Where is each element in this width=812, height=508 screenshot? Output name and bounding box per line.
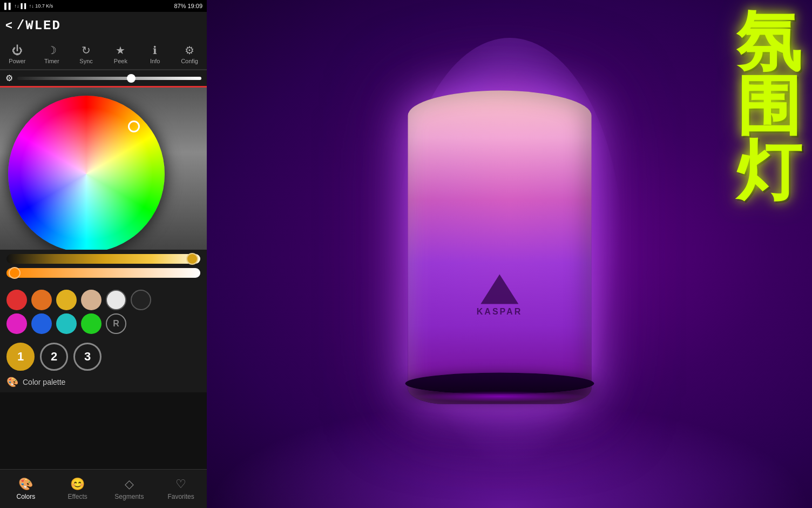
slot-1-button[interactable]: 1 bbox=[6, 343, 35, 371]
hue-thumb[interactable] bbox=[186, 253, 198, 265]
nav-power[interactable]: ⏻ Power bbox=[4, 44, 31, 64]
brightness-thumb[interactable] bbox=[127, 74, 136, 83]
tab-colors[interactable]: 🎨 Colors bbox=[0, 470, 52, 508]
chinese-char-2: 围 bbox=[736, 73, 801, 138]
sync-icon: ↻ bbox=[82, 44, 91, 57]
swatch-blue[interactable] bbox=[31, 313, 52, 334]
status-bar: ▌▌ ↑↓ ▌▌ ↑↓ 10.7 K/s 87% 19:09 bbox=[0, 0, 207, 12]
nav-timer-label: Timer bbox=[44, 58, 59, 64]
color-selector[interactable] bbox=[128, 121, 140, 132]
status-left: ▌▌ ↑↓ ▌▌ ↑↓ 10.7 K/s bbox=[4, 3, 53, 9]
lamp-logo-triangle bbox=[481, 274, 518, 304]
slots-area: 1 2 3 bbox=[0, 339, 207, 374]
app-header: < /WLED bbox=[0, 12, 207, 39]
swatch-random[interactable]: R bbox=[106, 313, 126, 334]
left-panel: ▌▌ ↑↓ ▌▌ ↑↓ 10.7 K/s 87% 19:09 < /WLED ⏻… bbox=[0, 0, 207, 508]
nav-bar: ⏻ Power ☽ Timer ↻ Sync ★ Peek ℹ Info ⚙ C… bbox=[0, 39, 207, 70]
swatch-row-1 bbox=[6, 290, 200, 310]
nav-info-label: Info bbox=[150, 58, 160, 64]
swatch-orange[interactable] bbox=[31, 290, 52, 310]
lamp-body: KASPAR bbox=[400, 52, 599, 441]
battery-text: 87% bbox=[174, 3, 186, 9]
chinese-char-1: 氛 bbox=[736, 8, 801, 73]
back-button[interactable]: < bbox=[5, 18, 12, 32]
palette-icon: 🎨 bbox=[6, 376, 18, 388]
status-right: 87% 19:09 bbox=[174, 3, 202, 9]
slot-3-button[interactable]: 3 bbox=[73, 343, 102, 371]
slot-2-button[interactable]: 2 bbox=[40, 343, 68, 371]
swatch-skin[interactable] bbox=[81, 290, 102, 310]
nav-config[interactable]: ⚙ Config bbox=[176, 44, 203, 64]
white-slider[interactable] bbox=[6, 268, 200, 278]
nav-sync-label: Sync bbox=[79, 58, 92, 64]
brightness-slider[interactable] bbox=[17, 77, 201, 80]
nav-config-label: Config bbox=[181, 58, 198, 64]
nav-power-label: Power bbox=[9, 58, 25, 64]
color-wheel-container bbox=[0, 88, 207, 250]
swatch-yellow[interactable] bbox=[56, 290, 77, 310]
info-icon: ℹ bbox=[153, 44, 157, 57]
tab-colors-label: Colors bbox=[17, 493, 36, 500]
swatch-white[interactable] bbox=[106, 290, 126, 310]
white-slider-row bbox=[6, 268, 200, 278]
segments-icon: ◇ bbox=[125, 477, 134, 491]
swatch-green[interactable] bbox=[81, 313, 102, 334]
chinese-char-3: 灯 bbox=[736, 138, 801, 203]
palette-row: 🎨 Color palette bbox=[0, 374, 207, 392]
brightness-icon: ⚙ bbox=[5, 73, 13, 83]
lamp-cylinder bbox=[408, 91, 591, 404]
app-title: /WLED bbox=[17, 18, 61, 33]
tab-effects[interactable]: 😊 Effects bbox=[52, 470, 104, 508]
time-text: 19:09 bbox=[187, 3, 202, 9]
lamp-logo: KASPAR bbox=[477, 274, 522, 316]
tab-favorites-label: Favorites bbox=[167, 493, 194, 500]
power-icon: ⏻ bbox=[12, 44, 23, 57]
swatch-red[interactable] bbox=[6, 290, 27, 310]
hue-slider-row bbox=[6, 254, 200, 264]
nav-sync[interactable]: ↻ Sync bbox=[73, 44, 100, 64]
effects-icon: 😊 bbox=[70, 477, 85, 491]
swatch-magenta[interactable] bbox=[6, 313, 27, 334]
color-wheel-inner bbox=[8, 96, 165, 250]
nav-info[interactable]: ℹ Info bbox=[141, 44, 168, 64]
swatch-black[interactable] bbox=[131, 290, 151, 310]
swatch-teal[interactable] bbox=[56, 313, 77, 334]
lamp-brand-text: KASPAR bbox=[477, 306, 522, 316]
tab-effects-label: Effects bbox=[67, 493, 87, 500]
speed-text: ▌▌ ↑↓ 10.7 K/s bbox=[21, 3, 53, 9]
right-panel: KASPAR 氛 围 灯 bbox=[207, 0, 812, 508]
peek-icon: ★ bbox=[116, 44, 125, 57]
white-thumb[interactable] bbox=[9, 267, 21, 279]
palette-label: Color palette bbox=[23, 378, 65, 386]
nav-timer[interactable]: ☽ Timer bbox=[38, 44, 65, 64]
tab-segments[interactable]: ◇ Segments bbox=[104, 470, 155, 508]
sliders-area bbox=[0, 250, 207, 286]
lamp-scene: KASPAR 氛 围 灯 bbox=[207, 0, 812, 508]
tab-segments-label: Segments bbox=[114, 493, 144, 500]
signal-icon: ▌▌ bbox=[4, 3, 13, 9]
nav-peek-label: Peek bbox=[114, 58, 127, 64]
color-wheel[interactable] bbox=[8, 96, 165, 250]
swatches-area: R bbox=[0, 286, 207, 339]
favorites-icon: ♡ bbox=[175, 477, 186, 491]
config-icon: ⚙ bbox=[185, 44, 194, 57]
data-icon: ↑↓ bbox=[15, 3, 19, 9]
brightness-row: ⚙ bbox=[0, 70, 207, 88]
tab-favorites[interactable]: ♡ Favorites bbox=[155, 470, 207, 508]
colors-icon: 🎨 bbox=[18, 477, 33, 491]
lamp-base-glow bbox=[413, 391, 586, 402]
swatch-row-2: R bbox=[6, 313, 200, 334]
timer-icon: ☽ bbox=[47, 44, 57, 57]
chinese-text: 氛 围 灯 bbox=[736, 8, 801, 203]
hue-slider[interactable] bbox=[6, 254, 200, 264]
bottom-tabs: 🎨 Colors 😊 Effects ◇ Segments ♡ Favorite… bbox=[0, 469, 207, 508]
nav-peek[interactable]: ★ Peek bbox=[107, 44, 134, 64]
